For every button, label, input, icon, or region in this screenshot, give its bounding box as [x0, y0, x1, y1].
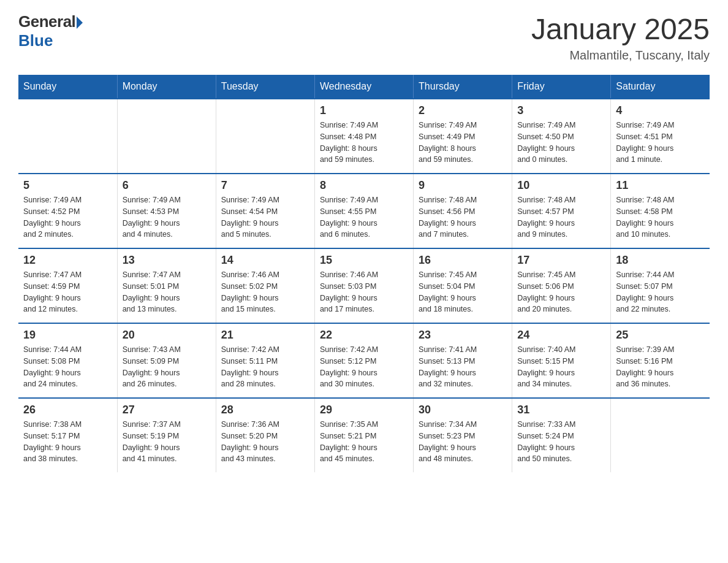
day-info: Sunrise: 7:49 AM Sunset: 4:49 PM Dayligh… — [419, 120, 507, 166]
weekday-header-saturday: Saturday — [611, 75, 710, 99]
calendar-cell: 21Sunrise: 7:42 AM Sunset: 5:11 PM Dayli… — [216, 323, 314, 398]
day-number: 19 — [23, 329, 112, 342]
day-number: 9 — [419, 179, 507, 192]
day-info: Sunrise: 7:39 AM Sunset: 5:16 PM Dayligh… — [616, 344, 705, 390]
calendar-cell: 19Sunrise: 7:44 AM Sunset: 5:08 PM Dayli… — [18, 323, 117, 398]
weekday-header-tuesday: Tuesday — [216, 75, 314, 99]
day-number: 21 — [221, 329, 309, 342]
calendar-cell: 26Sunrise: 7:38 AM Sunset: 5:17 PM Dayli… — [18, 398, 117, 472]
day-info: Sunrise: 7:33 AM Sunset: 5:24 PM Dayligh… — [517, 419, 605, 465]
day-info: Sunrise: 7:34 AM Sunset: 5:23 PM Dayligh… — [419, 419, 507, 465]
calendar-header: SundayMondayTuesdayWednesdayThursdayFrid… — [18, 75, 710, 99]
day-info: Sunrise: 7:49 AM Sunset: 4:50 PM Dayligh… — [517, 120, 605, 166]
day-info: Sunrise: 7:46 AM Sunset: 5:02 PM Dayligh… — [221, 269, 309, 315]
calendar-cell: 8Sunrise: 7:49 AM Sunset: 4:55 PM Daylig… — [314, 174, 413, 248]
calendar-cell: 27Sunrise: 7:37 AM Sunset: 5:19 PM Dayli… — [117, 398, 216, 472]
day-number: 12 — [23, 254, 112, 267]
calendar-cell: 16Sunrise: 7:45 AM Sunset: 5:04 PM Dayli… — [414, 248, 512, 323]
calendar-cell: 3Sunrise: 7:49 AM Sunset: 4:50 PM Daylig… — [512, 99, 611, 174]
calendar-cell: 4Sunrise: 7:49 AM Sunset: 4:51 PM Daylig… — [611, 99, 710, 174]
day-info: Sunrise: 7:45 AM Sunset: 5:06 PM Dayligh… — [517, 269, 605, 315]
day-info: Sunrise: 7:35 AM Sunset: 5:21 PM Dayligh… — [320, 419, 408, 465]
calendar-body: 1Sunrise: 7:49 AM Sunset: 4:48 PM Daylig… — [18, 99, 710, 472]
day-number: 13 — [123, 254, 211, 267]
day-info: Sunrise: 7:42 AM Sunset: 5:11 PM Dayligh… — [221, 344, 309, 390]
calendar-cell — [611, 398, 710, 472]
calendar-cell: 30Sunrise: 7:34 AM Sunset: 5:23 PM Dayli… — [414, 398, 512, 472]
day-number: 3 — [517, 104, 605, 117]
calendar-cell: 22Sunrise: 7:42 AM Sunset: 5:12 PM Dayli… — [314, 323, 413, 398]
day-info: Sunrise: 7:40 AM Sunset: 5:15 PM Dayligh… — [517, 344, 605, 390]
calendar-week-row: 19Sunrise: 7:44 AM Sunset: 5:08 PM Dayli… — [18, 323, 710, 398]
weekday-header-sunday: Sunday — [18, 75, 117, 99]
day-info: Sunrise: 7:49 AM Sunset: 4:52 PM Dayligh… — [23, 194, 112, 240]
day-info: Sunrise: 7:47 AM Sunset: 4:59 PM Dayligh… — [23, 269, 112, 315]
calendar-cell — [117, 99, 216, 174]
calendar-cell: 14Sunrise: 7:46 AM Sunset: 5:02 PM Dayli… — [216, 248, 314, 323]
calendar-cell: 20Sunrise: 7:43 AM Sunset: 5:09 PM Dayli… — [117, 323, 216, 398]
day-number: 20 — [123, 329, 211, 342]
calendar-cell: 9Sunrise: 7:48 AM Sunset: 4:56 PM Daylig… — [414, 174, 512, 248]
day-number: 27 — [123, 404, 211, 416]
day-number: 11 — [616, 179, 705, 192]
day-info: Sunrise: 7:41 AM Sunset: 5:13 PM Dayligh… — [419, 344, 507, 390]
calendar-cell: 2Sunrise: 7:49 AM Sunset: 4:49 PM Daylig… — [414, 99, 512, 174]
logo-arrow-icon — [77, 17, 83, 29]
calendar-cell: 18Sunrise: 7:44 AM Sunset: 5:07 PM Dayli… — [611, 248, 710, 323]
weekday-row: SundayMondayTuesdayWednesdayThursdayFrid… — [18, 75, 710, 99]
day-info: Sunrise: 7:47 AM Sunset: 5:01 PM Dayligh… — [123, 269, 211, 315]
calendar-table: SundayMondayTuesdayWednesdayThursdayFrid… — [18, 75, 710, 472]
calendar-cell: 15Sunrise: 7:46 AM Sunset: 5:03 PM Dayli… — [314, 248, 413, 323]
calendar-subtitle: Malmantile, Tuscany, Italy — [531, 48, 710, 63]
calendar-cell: 31Sunrise: 7:33 AM Sunset: 5:24 PM Dayli… — [512, 398, 611, 472]
day-info: Sunrise: 7:36 AM Sunset: 5:20 PM Dayligh… — [221, 419, 309, 465]
day-number: 18 — [616, 254, 705, 267]
day-info: Sunrise: 7:45 AM Sunset: 5:04 PM Dayligh… — [419, 269, 507, 315]
day-number: 8 — [320, 179, 408, 192]
day-number: 1 — [320, 104, 408, 117]
weekday-header-thursday: Thursday — [414, 75, 512, 99]
calendar-cell — [18, 99, 117, 174]
day-number: 29 — [320, 404, 408, 416]
day-number: 4 — [616, 104, 705, 117]
calendar-week-row: 12Sunrise: 7:47 AM Sunset: 4:59 PM Dayli… — [18, 248, 710, 323]
calendar-cell: 23Sunrise: 7:41 AM Sunset: 5:13 PM Dayli… — [414, 323, 512, 398]
day-number: 30 — [419, 404, 507, 416]
calendar-week-row: 1Sunrise: 7:49 AM Sunset: 4:48 PM Daylig… — [18, 99, 710, 174]
calendar-week-row: 26Sunrise: 7:38 AM Sunset: 5:17 PM Dayli… — [18, 398, 710, 472]
calendar-cell: 1Sunrise: 7:49 AM Sunset: 4:48 PM Daylig… — [314, 99, 413, 174]
logo: General Blue — [18, 12, 83, 50]
calendar-week-row: 5Sunrise: 7:49 AM Sunset: 4:52 PM Daylig… — [18, 174, 710, 248]
calendar-cell: 6Sunrise: 7:49 AM Sunset: 4:53 PM Daylig… — [117, 174, 216, 248]
day-number: 31 — [517, 404, 605, 416]
day-info: Sunrise: 7:46 AM Sunset: 5:03 PM Dayligh… — [320, 269, 408, 315]
day-number: 5 — [23, 179, 112, 192]
day-info: Sunrise: 7:49 AM Sunset: 4:55 PM Dayligh… — [320, 194, 408, 240]
calendar-cell: 17Sunrise: 7:45 AM Sunset: 5:06 PM Dayli… — [512, 248, 611, 323]
day-info: Sunrise: 7:49 AM Sunset: 4:51 PM Dayligh… — [616, 120, 705, 166]
day-info: Sunrise: 7:44 AM Sunset: 5:07 PM Dayligh… — [616, 269, 705, 315]
day-info: Sunrise: 7:49 AM Sunset: 4:54 PM Dayligh… — [221, 194, 309, 240]
calendar-title: January 2025 — [531, 12, 710, 46]
day-info: Sunrise: 7:44 AM Sunset: 5:08 PM Dayligh… — [23, 344, 112, 390]
day-number: 23 — [419, 329, 507, 342]
title-section: January 2025 Malmantile, Tuscany, Italy — [531, 12, 710, 63]
weekday-header-friday: Friday — [512, 75, 611, 99]
day-number: 7 — [221, 179, 309, 192]
calendar-cell: 12Sunrise: 7:47 AM Sunset: 4:59 PM Dayli… — [18, 248, 117, 323]
day-number: 22 — [320, 329, 408, 342]
day-number: 28 — [221, 404, 309, 416]
calendar-cell — [216, 99, 314, 174]
day-info: Sunrise: 7:49 AM Sunset: 4:53 PM Dayligh… — [123, 194, 211, 240]
logo-blue-text: Blue — [18, 31, 53, 50]
day-number: 17 — [517, 254, 605, 267]
day-info: Sunrise: 7:42 AM Sunset: 5:12 PM Dayligh… — [320, 344, 408, 390]
day-number: 16 — [419, 254, 507, 267]
calendar-cell: 11Sunrise: 7:48 AM Sunset: 4:58 PM Dayli… — [611, 174, 710, 248]
logo-general-text: General — [18, 12, 75, 31]
day-info: Sunrise: 7:48 AM Sunset: 4:57 PM Dayligh… — [517, 194, 605, 240]
day-info: Sunrise: 7:38 AM Sunset: 5:17 PM Dayligh… — [23, 419, 112, 465]
calendar-cell: 25Sunrise: 7:39 AM Sunset: 5:16 PM Dayli… — [611, 323, 710, 398]
day-info: Sunrise: 7:37 AM Sunset: 5:19 PM Dayligh… — [123, 419, 211, 465]
day-number: 10 — [517, 179, 605, 192]
